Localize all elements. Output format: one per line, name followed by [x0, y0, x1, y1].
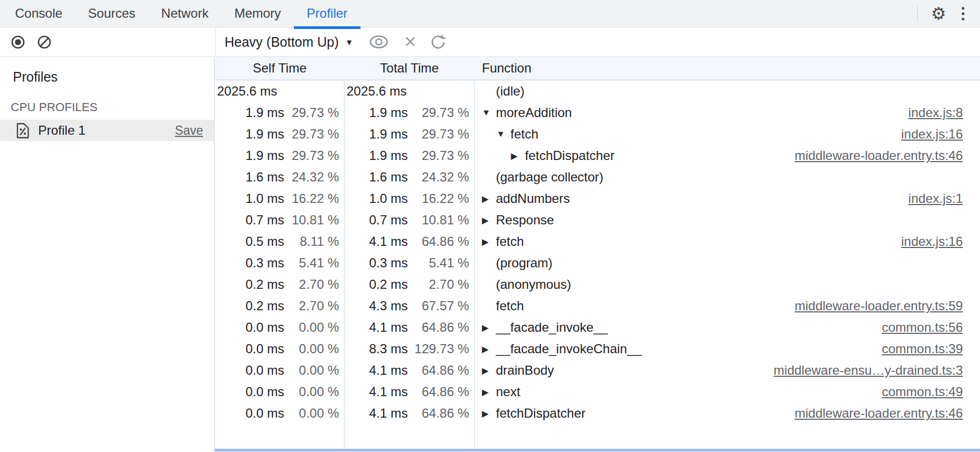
table-row[interactable]: 0.0 ms 0.00 % 4.1 ms 64.86 % ▶ __facade_…	[215, 317, 980, 338]
total-time-percent: 24.32 %	[408, 170, 474, 185]
source-location-link[interactable]: common.ts:39	[882, 341, 963, 356]
total-time-value: 1.0 ms	[344, 191, 408, 206]
total-time-value: 0.3 ms	[344, 256, 408, 271]
settings-button[interactable]: ⚙	[926, 1, 951, 26]
tab-profiler[interactable]: Profiler	[294, 0, 361, 27]
table-row[interactable]: 1.0 ms 16.22 % 1.0 ms 16.22 % ▶ addNumbe…	[215, 188, 980, 209]
function-cell: (program)	[474, 256, 980, 271]
total-time-cell: 4.1 ms 64.86 %	[344, 384, 474, 399]
profile-view-toolbar: Heavy (Bottom Up) ▼ ✕	[216, 27, 980, 56]
self-time-cell: 1.9 ms 29.73 %	[215, 105, 344, 120]
table-row[interactable]: 0.0 ms 0.00 % 8.3 ms 129.73 % ▶ __facade…	[215, 338, 980, 360]
expand-arrow-icon[interactable]: ▶	[482, 409, 496, 419]
function-name: __facade_invokeChain__	[496, 341, 642, 356]
table-row[interactable]: 0.3 ms 5.41 % 0.3 ms 5.41 % (program)	[215, 252, 980, 274]
profiler-content: Profiles CPU PROFILES Profile 1 Save Sel…	[0, 57, 980, 451]
source-location-link[interactable]: index.js:16	[901, 127, 963, 142]
total-time-cell: 4.1 ms 64.86 %	[344, 234, 474, 249]
expand-arrow-icon[interactable]: ▶	[482, 323, 496, 333]
total-time-value: 1.6 ms	[344, 170, 408, 185]
table-row[interactable]: 1.9 ms 29.73 % 1.9 ms 29.73 % ▼ fetch in…	[215, 123, 980, 145]
self-time-value: 0.0 ms	[215, 363, 284, 378]
tab-network[interactable]: Network	[148, 0, 221, 27]
column-header-total-time[interactable]: Total Time	[344, 61, 474, 76]
table-row[interactable]: 1.6 ms 24.32 % 1.6 ms 24.32 % (garbage c…	[215, 166, 980, 188]
self-time-value: 1.9 ms	[215, 127, 284, 142]
profiler-toolbar-left	[0, 27, 216, 56]
self-time-percent: 5.41 %	[284, 256, 344, 271]
total-time-percent: 64.86 %	[408, 320, 474, 335]
save-profile-link[interactable]: Save	[175, 123, 203, 138]
view-mode-select[interactable]: Heavy (Bottom Up) ▼	[225, 34, 353, 50]
source-location-link[interactable]: index.js:16	[901, 234, 963, 249]
self-time-value: 0.2 ms	[215, 277, 284, 292]
table-row[interactable]: 2025.6 ms 2025.6 ms (idle)	[215, 81, 980, 102]
cpu-profiles-section-title: CPU PROFILES	[11, 100, 214, 114]
focus-selected-button[interactable]	[368, 34, 390, 49]
expand-arrow-icon[interactable]: ▶	[482, 366, 496, 376]
expand-arrow-icon[interactable]: ▶	[482, 344, 496, 354]
expand-arrow-icon[interactable]: ▶	[482, 387, 496, 397]
source-location-link[interactable]: middleware-loader.entry.ts:46	[795, 148, 963, 163]
self-time-value: 0.2 ms	[215, 298, 284, 314]
total-time-percent: 2.70 %	[408, 277, 474, 292]
function-name: drainBody	[496, 363, 554, 378]
total-time-percent: 29.73 %	[408, 148, 474, 163]
exclude-selected-button[interactable]: ✕	[403, 34, 416, 50]
profile-data-grid: Self Time Total Time Function 2025.6 ms …	[215, 57, 980, 451]
record-profile-button[interactable]	[11, 35, 25, 49]
expand-arrow-icon[interactable]: ▶	[482, 237, 496, 247]
total-time-value: 0.2 ms	[344, 277, 408, 292]
expand-arrow-icon[interactable]: ▼	[496, 129, 510, 139]
source-location-link[interactable]: common.ts:49	[882, 384, 963, 399]
self-time-cell: 0.0 ms 0.00 %	[215, 363, 344, 378]
table-row[interactable]: 0.5 ms 8.11 % 4.1 ms 64.86 % ▶ fetch ind…	[215, 231, 980, 252]
function-cell: ▼ moreAddition index.js:8	[474, 105, 980, 120]
source-location-link[interactable]: index.js:8	[909, 105, 963, 120]
source-location-link[interactable]: middleware-loader.entry.ts:59	[795, 298, 963, 314]
self-time-percent: 29.73 %	[284, 127, 344, 142]
sidebar-item-profile-1[interactable]: Profile 1 Save	[0, 120, 214, 141]
expand-arrow-icon[interactable]: ▶	[482, 215, 496, 225]
table-row[interactable]: 0.0 ms 0.00 % 4.1 ms 64.86 % ▶ drainBody…	[215, 360, 980, 381]
total-time-cell: 0.7 ms 10.81 %	[344, 213, 474, 228]
more-options-button[interactable]	[951, 1, 975, 26]
expand-arrow-icon[interactable]: ▶	[511, 151, 525, 161]
function-cell: ▶ Response	[474, 213, 980, 228]
table-row[interactable]: 0.0 ms 0.00 % 4.1 ms 64.86 % ▶ next comm…	[215, 381, 980, 403]
table-row[interactable]: 0.2 ms 2.70 % 0.2 ms 2.70 % (anonymous)	[215, 274, 980, 295]
grid-body: 2025.6 ms 2025.6 ms (idle) 1.9 ms 29.73 …	[215, 81, 980, 424]
source-location-link[interactable]: index.js:1	[909, 191, 963, 206]
tab-console[interactable]: Console	[2, 0, 75, 27]
total-time-value: 4.1 ms	[344, 234, 408, 249]
restore-all-button[interactable]	[430, 34, 446, 50]
source-location-link[interactable]: common.ts:56	[882, 320, 963, 335]
expand-arrow-icon[interactable]: ▶	[482, 194, 496, 204]
refresh-icon	[430, 34, 446, 50]
function-cell: ▶ fetch index.js:16	[474, 234, 980, 249]
total-time-value: 4.1 ms	[344, 384, 408, 399]
tab-sources[interactable]: Sources	[75, 0, 148, 27]
table-row[interactable]: 0.7 ms 10.81 % 0.7 ms 10.81 % ▶ Response	[215, 209, 980, 231]
self-time-value: 0.0 ms	[215, 320, 284, 335]
self-time-cell: 1.0 ms 16.22 %	[215, 191, 344, 206]
table-row[interactable]: 0.0 ms 0.00 % 4.1 ms 64.86 % ▶ fetchDisp…	[215, 403, 980, 424]
tab-memory[interactable]: Memory	[221, 0, 294, 27]
clear-profiles-button[interactable]	[37, 35, 52, 49]
grid-header-row: Self Time Total Time Function	[215, 57, 980, 81]
source-location-link[interactable]: middleware-ensu…y-drained.ts:3	[774, 363, 963, 378]
function-name: fetch	[510, 127, 538, 142]
table-row[interactable]: 1.9 ms 29.73 % 1.9 ms 29.73 % ▼ moreAddi…	[215, 102, 980, 123]
expand-arrow-icon[interactable]: ▼	[482, 108, 496, 118]
column-header-function[interactable]: Function	[474, 61, 980, 76]
total-time-percent: 29.73 %	[408, 127, 474, 142]
table-row[interactable]: 1.9 ms 29.73 % 1.9 ms 29.73 % ▶ fetchDis…	[215, 145, 980, 166]
table-row[interactable]: 0.2 ms 2.70 % 4.3 ms 67.57 % fetch middl…	[215, 295, 980, 317]
total-time-value: 2025.6 ms	[344, 84, 408, 99]
self-time-value: 1.0 ms	[215, 191, 284, 206]
column-header-self-time[interactable]: Self Time	[215, 61, 344, 76]
self-time-cell: 1.9 ms 29.73 %	[215, 127, 344, 142]
source-location-link[interactable]: middleware-loader.entry.ts:46	[795, 406, 963, 421]
total-time-value: 0.7 ms	[344, 213, 408, 228]
total-time-value: 8.3 ms	[344, 341, 408, 356]
